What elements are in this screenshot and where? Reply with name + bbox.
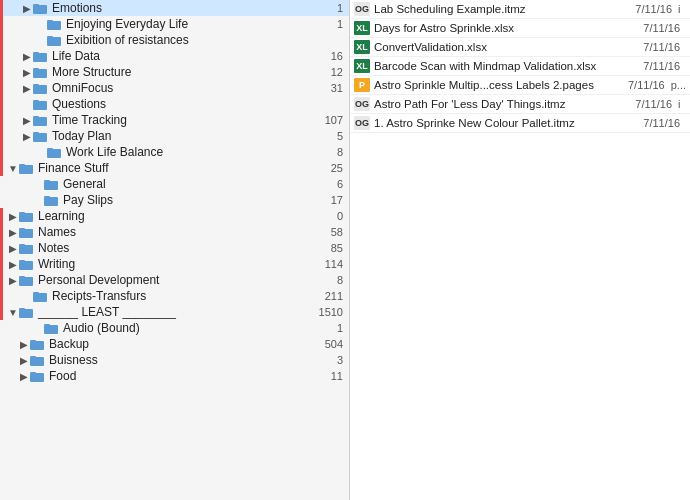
- svg-rect-29: [19, 228, 25, 230]
- tree-item-time-tracking[interactable]: ▶ Time Tracking107: [0, 112, 349, 128]
- tree-count-general: 6: [314, 178, 349, 190]
- file-row-2[interactable]: XLConvertValidation.xlsx7/11/16: [350, 38, 690, 57]
- tree-count-today-plan: 5: [314, 130, 349, 142]
- svg-rect-6: [33, 53, 47, 62]
- tree-item-recipts-transfurs[interactable]: Recipts-Transfurs211: [0, 288, 349, 304]
- toggle-icon-personal-development[interactable]: ▶: [7, 275, 19, 286]
- svg-rect-11: [33, 84, 39, 86]
- tree-count-more-structure: 12: [314, 66, 349, 78]
- tree-count-learning: 0: [314, 210, 349, 222]
- tree-item-pay-slips[interactable]: Pay Slips17: [0, 192, 349, 208]
- toggle-icon-least[interactable]: ▼: [7, 307, 19, 318]
- file-row-5[interactable]: OGAstro Path For 'Less Day' Things.itmz7…: [350, 95, 690, 114]
- tree-label-backup: Backup: [49, 337, 314, 351]
- svg-rect-25: [44, 196, 50, 198]
- tree-item-emotions[interactable]: ▶ Emotions1: [0, 0, 349, 16]
- tree-item-omnifocus[interactable]: ▶ OmniFocus31: [0, 80, 349, 96]
- svg-rect-35: [19, 276, 25, 278]
- file-date-1: 7/11/16: [631, 22, 686, 34]
- svg-rect-17: [33, 132, 39, 134]
- svg-rect-0: [33, 5, 47, 14]
- file-name-3: Barcode Scan with Mindmap Validation.xls…: [374, 60, 631, 72]
- svg-rect-24: [44, 197, 58, 206]
- tree-item-buisness[interactable]: ▶ Buisness3: [0, 352, 349, 368]
- tree-item-audio-bound[interactable]: Audio (Bound)1: [0, 320, 349, 336]
- folder-icon-names: [19, 226, 35, 238]
- tree-label-omnifocus: OmniFocus: [52, 81, 314, 95]
- svg-rect-3: [47, 20, 53, 22]
- toggle-icon-food[interactable]: ▶: [18, 371, 30, 382]
- tree-count-backup: 504: [314, 338, 349, 350]
- tree-item-general[interactable]: General6: [0, 176, 349, 192]
- file-row-6[interactable]: OG1. Astro Sprinke New Colour Pallet.itm…: [350, 114, 690, 133]
- folder-icon-omnifocus: [33, 82, 49, 94]
- toggle-icon-finance-stuff[interactable]: ▼: [7, 163, 19, 174]
- toggle-icon-learning[interactable]: ▶: [7, 211, 19, 222]
- toggle-icon-names[interactable]: ▶: [7, 227, 19, 238]
- file-row-1[interactable]: XLDays for Astro Sprinkle.xlsx7/11/16: [350, 19, 690, 38]
- tree-item-enjoying-everyday-life[interactable]: Enjoying Everyday Life1: [0, 16, 349, 32]
- svg-rect-34: [19, 277, 33, 286]
- toggle-icon-backup[interactable]: ▶: [18, 339, 30, 350]
- toggle-icon-today-plan[interactable]: ▶: [21, 131, 33, 142]
- tree-item-more-structure[interactable]: ▶ More Structure12: [0, 64, 349, 80]
- file-extra-5: i: [678, 98, 686, 110]
- toggle-icon-more-structure[interactable]: ▶: [21, 67, 33, 78]
- file-type-icon-2: XL: [354, 40, 370, 54]
- tree-count-finance-stuff: 25: [314, 162, 349, 174]
- svg-rect-28: [19, 229, 33, 238]
- file-name-2: ConvertValidation.xlsx: [374, 41, 631, 53]
- folder-icon-learning: [19, 210, 35, 222]
- folder-icon-food: [30, 370, 46, 382]
- tree-count-recipts-transfurs: 211: [314, 290, 349, 302]
- tree-item-life-data[interactable]: ▶ Life Data16: [0, 48, 349, 64]
- folder-icon-personal-development: [19, 274, 35, 286]
- tree-item-least[interactable]: ▼ ______ LEAST ________1510: [0, 304, 349, 320]
- tree-label-general: General: [63, 177, 314, 191]
- tree-count-emotions: 1: [314, 2, 349, 14]
- tree-label-enjoying-everyday-life: Enjoying Everyday Life: [66, 17, 314, 31]
- toggle-icon-life-data[interactable]: ▶: [21, 51, 33, 62]
- svg-rect-4: [47, 37, 61, 46]
- tree-item-finance-stuff[interactable]: ▼ Finance Stuff25: [0, 160, 349, 176]
- right-panel: OGLab Scheduling Example.itmz7/11/16iXLD…: [350, 0, 690, 500]
- toggle-icon-time-tracking[interactable]: ▶: [21, 115, 33, 126]
- tree-item-work-life-balance[interactable]: Work Life Balance8: [0, 144, 349, 160]
- file-row-3[interactable]: XLBarcode Scan with Mindmap Validation.x…: [350, 57, 690, 76]
- tree-item-notes[interactable]: ▶ Notes85: [0, 240, 349, 256]
- tree-count-omnifocus: 31: [314, 82, 349, 94]
- file-row-4[interactable]: PAstro Sprinkle Multip...cess Labels 2.p…: [350, 76, 690, 95]
- tree-item-personal-development[interactable]: ▶ Personal Development8: [0, 272, 349, 288]
- tree-item-learning[interactable]: ▶ Learning0: [0, 208, 349, 224]
- tree-count-time-tracking: 107: [314, 114, 349, 126]
- tree-count-work-life-balance: 8: [314, 146, 349, 158]
- tree-count-audio-bound: 1: [314, 322, 349, 334]
- tree-item-exibition-of-resistances[interactable]: Exibition of resistances: [0, 32, 349, 48]
- file-date-0: 7/11/16: [623, 3, 678, 15]
- toggle-icon-notes[interactable]: ▶: [7, 243, 19, 254]
- tree-label-buisness: Buisness: [49, 353, 314, 367]
- file-type-icon-1: XL: [354, 21, 370, 35]
- toggle-icon-writing[interactable]: ▶: [7, 259, 19, 270]
- tree-label-today-plan: Today Plan: [52, 129, 314, 143]
- tree-item-today-plan[interactable]: ▶ Today Plan5: [0, 128, 349, 144]
- file-name-0: Lab Scheduling Example.itmz: [374, 3, 623, 15]
- tree-item-backup[interactable]: ▶ Backup504: [0, 336, 349, 352]
- svg-rect-33: [19, 260, 25, 262]
- tree-item-names[interactable]: ▶ Names58: [0, 224, 349, 240]
- folder-icon-questions: [33, 98, 49, 110]
- tree-count-least: 1510: [314, 306, 349, 318]
- file-row-0[interactable]: OGLab Scheduling Example.itmz7/11/16i: [350, 0, 690, 19]
- tree-item-food[interactable]: ▶ Food11: [0, 368, 349, 384]
- tree-item-writing[interactable]: ▶ Writing114: [0, 256, 349, 272]
- tree-count-life-data: 16: [314, 50, 349, 62]
- toggle-icon-omnifocus[interactable]: ▶: [21, 83, 33, 94]
- tree-item-questions[interactable]: Questions: [0, 96, 349, 112]
- file-type-icon-5: OG: [354, 97, 370, 111]
- folder-icon-today-plan: [33, 130, 49, 142]
- toggle-icon-emotions[interactable]: ▶: [21, 3, 33, 14]
- tree-label-food: Food: [49, 369, 314, 383]
- toggle-icon-buisness[interactable]: ▶: [18, 355, 30, 366]
- folder-icon-time-tracking: [33, 114, 49, 126]
- svg-rect-1: [33, 4, 39, 6]
